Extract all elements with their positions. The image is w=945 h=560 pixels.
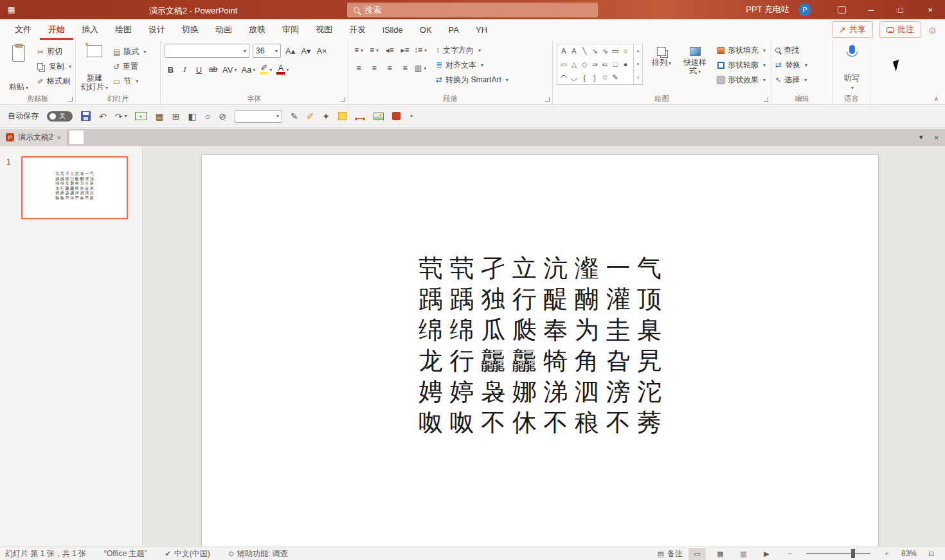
align-center-button[interactable]: ≡ — [368, 62, 381, 75]
font-name-combo[interactable]: ▾ — [165, 44, 249, 58]
character-spacing-button[interactable]: AV▾ — [221, 63, 238, 76]
zoom-in-button[interactable]: + — [878, 548, 896, 560]
gallery-scroll-down[interactable]: ▾ — [634, 58, 642, 71]
paragraph-dialog-launcher[interactable] — [545, 97, 550, 102]
shape-icon[interactable]: ☆ — [600, 73, 610, 82]
close-button[interactable]: × — [915, 0, 945, 19]
slide-layout-button[interactable]: ▦ — [155, 111, 163, 122]
increase-indent-button[interactable]: ▸≡ — [399, 44, 411, 57]
shape-icon[interactable]: ▭ — [559, 60, 569, 69]
font-color-button[interactable]: A▾ — [275, 63, 290, 76]
numbering-button[interactable]: ≡▾ — [368, 44, 381, 57]
tab-developer[interactable]: 开发 — [341, 19, 374, 40]
shape-icon[interactable]: ● — [620, 60, 631, 68]
maximize-button[interactable]: □ — [886, 0, 915, 19]
undo-button[interactable]: ↶ — [99, 111, 107, 122]
oval-shape-button[interactable]: ○ — [205, 111, 210, 122]
decrease-font-button[interactable]: A▾ — [300, 44, 312, 57]
tab-design[interactable]: 设计 — [140, 19, 174, 40]
tab-draw[interactable]: 绘图 — [107, 19, 140, 40]
text-direction-button[interactable]: ↕文字方向▾ — [436, 44, 509, 57]
shape-icon[interactable]: ○ — [620, 47, 631, 55]
shape-fill-button[interactable]: 形状填充▾ — [717, 44, 766, 57]
line-style-button[interactable]: ✎ — [291, 111, 298, 122]
dictate-button[interactable]: 听写▾ — [837, 44, 867, 93]
shape-icon[interactable]: ◡ — [569, 73, 579, 82]
clear-formatting-button[interactable]: A× — [315, 44, 328, 57]
change-case-button[interactable]: Aa▾ — [240, 63, 256, 76]
theme-name[interactable]: “Office 主题” — [104, 548, 147, 559]
tab-islide[interactable]: iSlide — [374, 19, 411, 40]
bullets-button[interactable]: ≡▾ — [352, 44, 365, 57]
underline-button[interactable]: U — [193, 63, 205, 76]
section-button[interactable]: ▭节▾ — [113, 75, 146, 87]
shape-icon[interactable]: ⇘ — [600, 47, 610, 55]
account-avatar[interactable]: P — [798, 3, 811, 16]
bold-button[interactable]: B — [165, 63, 177, 76]
shape-icon[interactable]: ⇒ — [590, 60, 600, 69]
add-shape-button[interactable]: ✦ — [322, 111, 330, 122]
shape-icon[interactable]: { — [579, 74, 590, 82]
format-painter-button[interactable]: ✐格式刷 — [37, 75, 71, 87]
tab-transitions[interactable]: 切换 — [174, 19, 207, 40]
shape-icon[interactable]: ✎ — [610, 73, 620, 82]
autosave-toggle[interactable]: 关 — [47, 111, 73, 122]
strikethrough-button[interactable]: ab — [207, 63, 219, 76]
feedback-smiley-button[interactable]: ☺ — [928, 24, 937, 35]
gallery-scroll-up[interactable]: ▴ — [634, 44, 642, 58]
clipboard-dialog-launcher[interactable] — [68, 97, 73, 102]
customize-qat-button[interactable]: ▾ — [410, 113, 413, 119]
start-from-beginning-button[interactable]: ▸ — [135, 112, 147, 120]
redo-button[interactable]: ↷▾ — [115, 111, 127, 122]
shape-icon[interactable]: ▭ — [610, 47, 620, 55]
slideshow-view-button[interactable]: ▶ — [758, 548, 775, 560]
reading-view-button[interactable]: ▥ — [735, 548, 752, 560]
zoom-slider-thumb[interactable] — [851, 549, 855, 558]
plugin-label[interactable]: PPT 充电站 — [746, 4, 789, 15]
shape-icon[interactable]: □ — [610, 60, 620, 68]
ribbon-display-options-button[interactable] — [827, 0, 856, 19]
font-size-combo[interactable]: 36▾ — [253, 44, 281, 58]
convert-smartart-button[interactable]: ⇄转换为 SmartArt▾ — [436, 73, 509, 86]
zoom-percentage[interactable]: 83% — [901, 549, 917, 558]
replace-button[interactable]: ⇄替换▾ — [775, 59, 829, 71]
drawing-dialog-launcher[interactable] — [764, 97, 768, 102]
italic-button[interactable]: I — [179, 63, 191, 76]
language-indicator[interactable]: ✔中文(中国) — [165, 548, 210, 559]
line-spacing-button[interactable]: ↕≡▾ — [414, 44, 427, 57]
shape-icon[interactable]: ◇ — [579, 60, 590, 69]
tab-view[interactable]: 视图 — [307, 19, 341, 40]
justify-button[interactable]: ≡ — [399, 62, 411, 75]
blank-tab[interactable] — [69, 131, 84, 144]
highlighter-pen-button[interactable]: ✐ — [307, 111, 314, 122]
paste-button[interactable]: 粘贴▾ — [4, 44, 33, 93]
highlight-color-button[interactable]: ✐▾ — [258, 63, 273, 76]
slide-text-block[interactable]: 茕 茕 孑 立 沆 瀣 一 气 踽 踽 独 行 醍 醐 灌 顶 绵 绵 瓜 瓞 … — [202, 253, 878, 438]
style-combo[interactable]: ▾ — [235, 110, 282, 123]
quick-access-icon[interactable]: ▦ — [8, 5, 15, 14]
tab-animations[interactable]: 动画 — [207, 19, 240, 40]
shape-icon[interactable]: ↘ — [590, 47, 600, 55]
shape-effects-button[interactable]: 形状效果▾ — [717, 73, 766, 86]
zoom-slider[interactable] — [806, 553, 870, 554]
save-button[interactable] — [81, 111, 91, 121]
shape-icon[interactable]: ╲ — [579, 47, 590, 55]
document-tab-close-icon[interactable]: × — [57, 134, 61, 141]
gallery-more-button[interactable]: ≡ — [634, 71, 642, 84]
tab-home[interactable]: 开始 — [40, 19, 73, 40]
share-button[interactable]: ↗ 共享 — [832, 21, 873, 38]
quick-styles-button[interactable]: 快速样式▾ — [680, 44, 710, 94]
fill-tool-button[interactable]: ◧ — [188, 111, 196, 122]
zoom-out-button[interactable]: − — [781, 548, 798, 560]
slide[interactable]: 茕 茕 孑 立 沆 瀣 一 气 踽 踽 独 行 醍 醐 灌 顶 绵 绵 瓜 瓞 … — [201, 154, 879, 551]
shape-icon[interactable]: △ — [569, 60, 579, 69]
tab-list-dropdown[interactable]: ▾ — [919, 133, 923, 141]
normal-view-button[interactable]: ▭ — [688, 548, 706, 560]
slide-sorter-view-button[interactable]: ▦ — [712, 548, 729, 560]
columns-button[interactable]: ▥▾ — [414, 62, 427, 75]
tab-insert[interactable]: 插入 — [73, 19, 107, 40]
align-text-button[interactable]: ≣对齐文本▾ — [436, 59, 509, 71]
insert-picture-button[interactable] — [374, 113, 384, 120]
connector-button[interactable] — [355, 113, 365, 119]
no-fill-button[interactable]: ⊘ — [219, 111, 226, 122]
